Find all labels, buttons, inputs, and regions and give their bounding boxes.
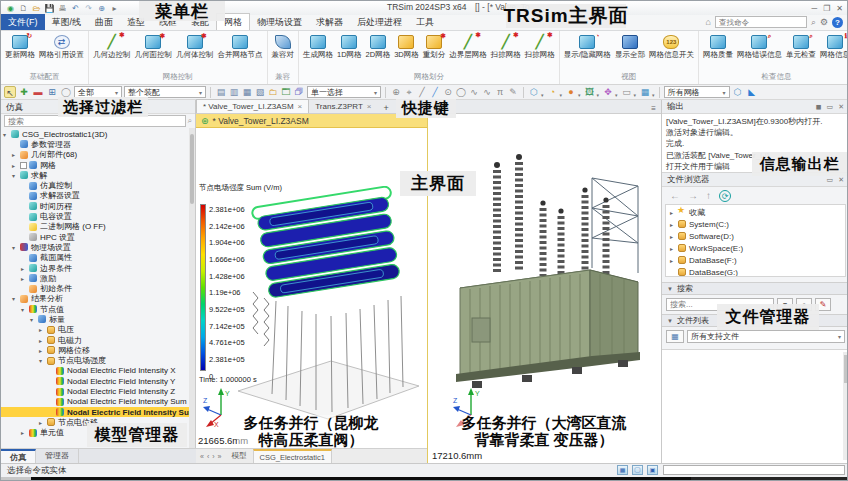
ribbon-button[interactable]: 合并网格节点 [216, 32, 265, 71]
quick-access-icon[interactable]: ▸ [108, 2, 121, 15]
ribbon-button[interactable]: ✱ 重划分 [421, 32, 448, 71]
ribbon-button[interactable]: ✱ 扫掠网格 [489, 32, 523, 71]
tree-item[interactable]: 仿真控制 [1, 180, 190, 190]
ribbon-button[interactable]: ⌕ 网格错误信息 [735, 32, 784, 71]
tree-item[interactable]: 二进制网格 (O FF) [1, 222, 190, 232]
tree-item[interactable]: ▾ 结果分析 [1, 294, 190, 304]
tree-expander-icon[interactable]: ▸ [21, 429, 29, 436]
nav-arrow-icon[interactable]: → [688, 190, 698, 201]
display-tool-icon[interactable]: ▦▾ [639, 86, 655, 98]
list-view-icon[interactable]: ▦ [666, 330, 684, 343]
tree-expander-icon[interactable]: ▸ [21, 275, 29, 282]
tree-item[interactable]: ▸ 网格位移 [1, 345, 190, 355]
mesh-display-dropdown[interactable]: 所有网格▾ [664, 86, 730, 98]
ribbon-button[interactable]: ✱ 边界层网格 [447, 32, 489, 71]
ribbon-button[interactable]: 网格质量 [701, 32, 735, 71]
command-search-input[interactable] [715, 16, 807, 28]
tree-expander-icon[interactable]: ▸ [21, 265, 29, 272]
type-filter-icon[interactable]: 🗀 [267, 86, 279, 98]
ribbon-button[interactable]: ✱ 几何体控制 [174, 32, 216, 71]
status-toggle-icon[interactable]: 🖵 [632, 465, 643, 475]
snap-tool-icon[interactable]: ◯ [455, 86, 467, 98]
minimize-button[interactable]: ─ [811, 4, 817, 13]
tree-expander-icon[interactable]: ▸ [670, 233, 678, 240]
nav-arrow-icon[interactable]: ← [670, 190, 680, 201]
type-filter-icon[interactable]: ▦ [241, 86, 253, 98]
gear-icon[interactable]: ⚙ [820, 17, 828, 27]
ribbon-button[interactable]: 兼容对 [270, 32, 297, 71]
refresh-icon[interactable]: ⟳ [719, 190, 731, 202]
display-tool-icon[interactable]: ⬡▾ [528, 86, 544, 98]
tree-expander-icon[interactable]: ▾ [30, 316, 38, 323]
tree-expander-icon[interactable]: ▾ [12, 295, 20, 302]
nav-arrow-icon[interactable]: ↑ [706, 190, 711, 201]
display-tool-icon[interactable]: ●▾ [565, 86, 581, 98]
ribbon-button[interactable]: 生成网格 [301, 32, 335, 71]
tree-expander-icon[interactable]: ▸ [39, 419, 47, 426]
home-icon[interactable]: ⌂ [705, 17, 710, 27]
selection-tool-icon[interactable]: ✚ [18, 86, 30, 98]
quick-access-icon[interactable]: 🗋 [17, 2, 30, 15]
search-icon[interactable]: ⌕ [811, 17, 816, 28]
ribbon-button[interactable]: ✱ 扫掠网格 [523, 32, 557, 71]
tree-item[interactable]: 时间历程 [1, 201, 190, 211]
tree-expander-icon[interactable]: ▸ [670, 257, 678, 264]
search-section-header[interactable]: ▼搜索 [662, 282, 848, 295]
sheet-nav-arrow-icon[interactable]: « [200, 453, 204, 460]
view-tool-icon[interactable]: ⬡ [732, 86, 744, 98]
selection-tool-icon[interactable]: ↖ [4, 86, 16, 98]
tree-item[interactable]: 求解器设置 [1, 191, 190, 201]
tree-expander-icon[interactable]: ▾ [39, 357, 47, 364]
tree-item[interactable]: ▸ 激励 [1, 273, 190, 283]
tree-item[interactable]: 参数管理器 [1, 139, 190, 149]
sheet-nav-arrow-icon[interactable]: ‹ [207, 453, 209, 460]
tree-item[interactable]: ▸ 电压 [1, 325, 190, 335]
tree-item[interactable]: Nodal Electric Field Intensity Sum [1, 397, 190, 407]
tab-close-icon[interactable]: × [367, 102, 372, 111]
tree-expander-icon[interactable]: ▸ [39, 337, 47, 344]
tree-item[interactable]: Nodal Electric Field Intensity Sum (Cust [1, 407, 190, 417]
quick-access-icon[interactable]: ↷ [82, 2, 95, 15]
ribbon-button[interactable]: ✱ 几何边控制 [91, 32, 133, 71]
type-filter-icon[interactable]: ▤ [215, 86, 227, 98]
drive-tree-item[interactable]: ▸ Software(D:) [666, 230, 845, 242]
tree-checkbox[interactable] [20, 162, 27, 169]
menu-tab[interactable]: 后处理进程 [350, 14, 409, 30]
status-toggle-icon[interactable]: ▣ [647, 465, 658, 475]
ribbon-button[interactable]: ↻ 更新网格 [3, 32, 37, 71]
tree-expander-icon[interactable]: ▸ [12, 151, 20, 158]
help-icon[interactable]: ? [832, 17, 843, 28]
left-panel-tab[interactable]: 仿真 [1, 449, 36, 464]
snap-tool-icon[interactable]: ∿ [468, 86, 480, 98]
maximize-button[interactable]: ❐ [823, 4, 830, 13]
snap-tool-icon[interactable]: ∿ [481, 86, 493, 98]
tree-item[interactable]: ▾ 求解 [1, 170, 190, 180]
type-filter-icon[interactable]: 🗔 [280, 86, 292, 98]
viewport-3d-right[interactable]: Y Z X [428, 114, 661, 448]
panel-control-icon[interactable]: ✕ [838, 103, 844, 111]
panel-control-icon[interactable]: ◼ [816, 103, 822, 111]
sheet-nav-arrow-icon[interactable]: » [218, 453, 222, 460]
tree-expander-icon[interactable]: ▸ [39, 326, 47, 333]
display-tool-icon[interactable]: ◔▾ [547, 86, 563, 98]
menu-tab[interactable]: 求解器 [309, 14, 350, 30]
tree-expander-icon[interactable]: ▸ [670, 245, 678, 252]
snap-tool-icon[interactable]: ╱ [416, 86, 428, 98]
tree-expander-icon[interactable]: ▾ [3, 131, 11, 138]
tree-item[interactable]: HPC 设置 [1, 232, 190, 242]
ribbon-button[interactable]: ◔ 显示/隐藏网格 [562, 32, 613, 71]
tab-close-icon[interactable]: × [298, 102, 303, 111]
tree-item[interactable]: ▾ 节点电场强度 [1, 356, 190, 366]
snap-tool-icon[interactable]: π [494, 86, 506, 98]
tree-item[interactable]: Nodal Electric Field Intensity Y [1, 376, 190, 386]
left-panel-tab[interactable]: 管理器 [36, 449, 79, 464]
tree-filter-icon[interactable]: ⌕ [188, 116, 192, 126]
display-tool-icon[interactable]: 🖼▾ [584, 86, 600, 98]
model-sheet-tab[interactable]: 模型 [226, 449, 253, 464]
tree-item[interactable]: ▸ 网格 [1, 160, 190, 170]
menu-tab[interactable]: 草图/线 [45, 14, 89, 30]
tree-expander-icon[interactable]: ▾ [12, 172, 20, 179]
document-tab[interactable]: * Valve_Tower_LI.Z3ASM× [196, 99, 309, 113]
tree-item[interactable]: ▸ 边界条件 [1, 263, 190, 273]
new-tab-button[interactable]: + [377, 103, 394, 113]
